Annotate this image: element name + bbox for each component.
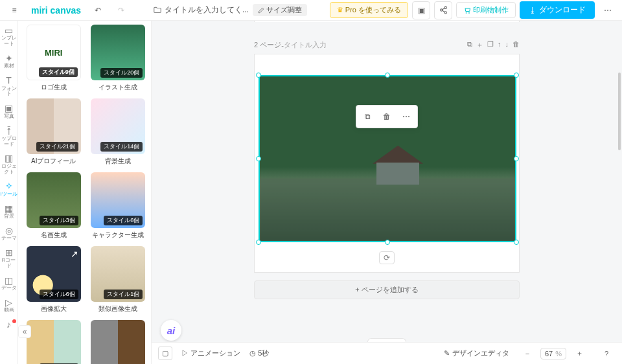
toolbar-delete-icon[interactable]: 🗑 (378, 108, 395, 125)
help-icon[interactable]: ? (597, 345, 616, 363)
pro-button[interactable]: ♛Pro を使ってみる (330, 2, 408, 18)
card-label: イラスト生成 (98, 83, 137, 92)
toolbar-copy-icon[interactable]: ⧉ (359, 108, 376, 125)
nav-theme[interactable]: ◎テーマ (0, 223, 18, 244)
save-icon[interactable]: ▣ (412, 1, 430, 19)
download-button[interactable]: ⭳ダウンロード (520, 1, 595, 19)
thumb-char: スタイル6個 (91, 172, 145, 228)
thumb-bgswap: スタイル1個 (27, 320, 81, 364)
canvas-scrollbar[interactable] (617, 21, 621, 342)
nav-data[interactable]: ◫データ (0, 273, 18, 294)
page-add-icon[interactable]: ＋ (476, 40, 483, 50)
ai-card-bgswap[interactable]: スタイル1個写真背景の交換 (26, 320, 82, 364)
print-button[interactable]: 印刷物制作 (456, 2, 516, 18)
resize-handle-tr[interactable] (514, 73, 519, 78)
nav-ai-tool[interactable]: ✧Iツール (0, 179, 18, 199)
thumb-logo: MIRIスタイル9個 (27, 25, 81, 80)
ai-card-color[interactable]: 白黒写真のカラー復元 (91, 320, 146, 364)
resize-handle-bl[interactable] (256, 240, 261, 245)
thumb-similar: スタイル1個 (91, 246, 145, 302)
ai-fab[interactable]: ai (161, 320, 181, 341)
clock-icon: ◷ (249, 349, 258, 357)
nav-rcode[interactable]: ⊞Rコード (0, 245, 18, 272)
ai-card-profile[interactable]: スタイル21個AIプロフィール (26, 98, 82, 166)
rotate-icon[interactable]: ⟳ (379, 251, 395, 264)
layers-icon[interactable]: ▢ (158, 347, 172, 360)
nav-element[interactable]: ✦素材 (0, 51, 18, 72)
photo-icon: ▣ (5, 104, 13, 113)
zoom-value: 67 (545, 350, 553, 358)
card-label: 背景生成 (105, 157, 131, 166)
play-icon: ▷ (181, 349, 190, 357)
thumb-expand: ↗スタイル6個 (27, 246, 81, 302)
thumb-profile: スタイル21個 (27, 98, 81, 154)
size-adjust-button[interactable]: サイズ調整 (253, 4, 307, 16)
canvas-page-2[interactable]: ⧉ 🗑 ⋯ ⟳ (254, 54, 520, 273)
previous-page-peek[interactable] (254, 21, 520, 22)
resize-handle-bc[interactable] (385, 240, 390, 245)
toolbar-more-icon[interactable]: ⋯ (398, 108, 415, 125)
page-duplicate-icon[interactable]: ❐ (487, 40, 494, 50)
svg-point-2 (444, 12, 446, 14)
resize-handle-rc[interactable] (514, 156, 519, 161)
crown-icon: ♛ (337, 6, 343, 14)
thumb-color (91, 320, 145, 364)
nav-upload[interactable]: ⭱ップロード (0, 123, 18, 150)
ai-card-logo[interactable]: MIRIスタイル9個ロゴ生成 (26, 25, 82, 92)
resize-handle-br[interactable] (514, 240, 519, 245)
nav-label: Rコード (0, 258, 18, 269)
download-icon: ⭳ (529, 6, 536, 15)
nav-photo[interactable]: ▣写真 (0, 101, 18, 122)
nav-label: 動画 (4, 308, 14, 313)
page-title-input[interactable]: タイトル入力 (284, 40, 327, 50)
nav-background[interactable]: ▦背景 (0, 201, 18, 222)
share-icon[interactable] (434, 1, 452, 19)
nav-audio[interactable]: ♪ (0, 317, 18, 332)
brand-logo[interactable]: miri canvas (31, 5, 81, 16)
duration-button[interactable]: ◷ 5秒 (249, 348, 269, 358)
selected-element[interactable] (259, 75, 516, 242)
style-count-badge: スタイル14個 (100, 142, 143, 152)
ai-card-paint[interactable]: スタイル3個名画生成 (26, 172, 82, 240)
ai-card-illust[interactable]: スタイル20個イラスト生成 (91, 25, 146, 92)
background-icon: ▦ (5, 204, 13, 214)
page-up-icon[interactable]: ↑ (498, 40, 501, 50)
zoom-value-box[interactable]: 67% (540, 348, 566, 359)
title-input[interactable]: タイトルを入力してく... (153, 5, 249, 16)
zoom-out-icon[interactable]: − (518, 345, 536, 363)
video-icon: ▷ (5, 298, 12, 308)
nav-template[interactable]: ▭ンプレート (0, 23, 18, 50)
resize-handle-lc[interactable] (256, 156, 261, 161)
page-delete-icon[interactable]: 🗑 (513, 40, 520, 50)
nav-font[interactable]: Tフォント (0, 73, 18, 100)
ai-card-char[interactable]: スタイル6個キャラクター生成 (91, 172, 146, 240)
resize-handle-tl[interactable] (256, 73, 261, 78)
page-header: 2 ページ - タイトル入力 ⧉ ＋ ❐ ↑ ↓ 🗑 (254, 40, 520, 50)
collapse-panel-icon[interactable]: « (18, 325, 31, 338)
topbar: ≡ miri canvas ↶ ↷ タイトルを入力してく... サイズ調整 ♛P… (0, 0, 622, 21)
menu-icon[interactable]: ≡ (5, 1, 23, 19)
nav-label: Iツール (0, 192, 17, 198)
redo-icon[interactable]: ↷ (112, 1, 130, 19)
page-down-icon[interactable]: ↓ (505, 40, 509, 50)
data-icon: ◫ (5, 276, 13, 286)
page-number: 2 ページ (254, 40, 281, 50)
style-count-badge: スタイル6個 (104, 216, 143, 225)
selection-toolbar: ⧉ 🗑 ⋯ (356, 105, 418, 128)
ai-card-bg[interactable]: スタイル14個背景生成 (91, 98, 146, 166)
image-content (259, 75, 516, 242)
ai-card-expand[interactable]: ↗スタイル6個画像拡大 (26, 246, 82, 313)
zoom-in-icon[interactable]: ＋ (570, 345, 588, 363)
resize-handle-tc[interactable] (385, 73, 390, 78)
design-editor-button[interactable]: ✎デザインエディタ (444, 348, 509, 358)
style-count-badge: スタイル21個 (36, 142, 78, 152)
undo-icon[interactable]: ↶ (89, 1, 107, 19)
animation-button[interactable]: ▷ アニメーション (181, 348, 240, 358)
nav-video[interactable]: ▷動画 (0, 295, 18, 316)
thumb-illust: スタイル20個 (91, 25, 145, 80)
nav-project[interactable]: ▥ロジェクト (0, 151, 18, 177)
page-copy-icon[interactable]: ⧉ (467, 40, 472, 50)
add-page-button[interactable]: + ページを追加する (254, 280, 520, 299)
more-icon[interactable]: ⋯ (599, 1, 617, 19)
ai-card-similar[interactable]: スタイル1個類似画像生成 (91, 246, 146, 313)
